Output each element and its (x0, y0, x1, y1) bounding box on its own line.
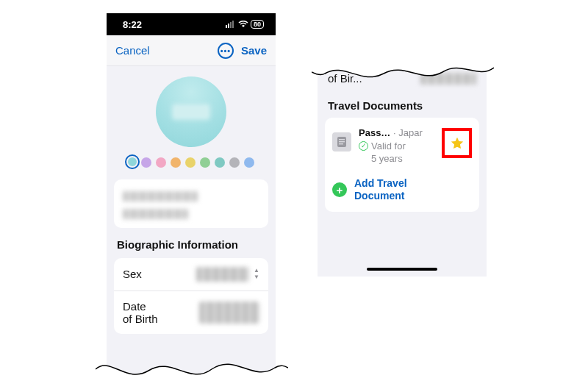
battery-icon: 80 (251, 20, 264, 29)
avatar-circle[interactable] (156, 76, 226, 147)
row-value-blurred (199, 302, 259, 324)
color-swatch-row (107, 157, 276, 168)
document-icon (332, 132, 351, 152)
name-card (114, 179, 268, 228)
row-value-blurred (420, 73, 476, 85)
row-dob-partial: of Bir... (318, 65, 487, 93)
svg-rect-6 (339, 141, 345, 142)
travel-document-row[interactable]: Pass… · Japar ✓ Valid for5 years (331, 124, 473, 168)
document-title: Pass… (359, 127, 390, 138)
section-title-travel-docs: Travel Documents (328, 99, 476, 112)
cellular-icon (226, 21, 236, 28)
home-indicator (367, 268, 437, 271)
phone-screen-right: of Bir... Travel Documents Pass… · Japar… (318, 65, 487, 277)
wifi-icon (238, 21, 248, 28)
row-label-dob: Dateof Birth (123, 300, 158, 326)
color-swatch-teal[interactable] (128, 157, 137, 166)
svg-rect-2 (230, 22, 232, 28)
phone-screen-left: 8:22 80 Cancel ••• Save Biographic Infor… (107, 13, 276, 382)
svg-rect-5 (339, 139, 345, 140)
color-swatch-grey[interactable] (229, 157, 240, 168)
color-swatch-teal2[interactable] (215, 157, 225, 168)
plus-icon: + (332, 182, 347, 197)
row-label-sex: Sex (123, 268, 142, 280)
color-swatch-yellow[interactable] (185, 157, 196, 168)
avatar-initials-blurred (173, 105, 209, 118)
status-time: 8:22 (123, 19, 142, 30)
color-swatch-orange[interactable] (171, 157, 181, 168)
row-dob[interactable]: Dateof Birth (114, 291, 268, 335)
checkmark-icon: ✓ (359, 141, 368, 151)
add-travel-document-button[interactable]: + Add TravelDocument (331, 171, 473, 206)
travel-documents-card: Pass… · Japar ✓ Valid for5 years + Add T… (325, 118, 479, 212)
color-swatch-pink[interactable] (156, 157, 166, 168)
favorite-highlight-box (442, 128, 472, 158)
status-bar: 8:22 80 (107, 13, 276, 35)
modal-toolbar: Cancel ••• Save (107, 35, 276, 66)
svg-rect-7 (339, 143, 343, 144)
stepper-icon[interactable]: ▲▼ (254, 268, 259, 280)
row-sex[interactable]: Sex ▲▼ (114, 258, 268, 291)
blurred-field (123, 209, 188, 219)
document-validity: Valid for5 years (371, 140, 406, 165)
row-value-blurred (196, 267, 249, 282)
color-swatch-blue[interactable] (244, 157, 254, 168)
document-country: Japar (398, 127, 423, 138)
color-swatch-green[interactable] (200, 157, 210, 168)
document-text: Pass… · Japar ✓ Valid for5 years (359, 126, 434, 165)
svg-rect-0 (226, 25, 227, 28)
svg-rect-1 (228, 24, 229, 28)
blurred-field (123, 191, 198, 202)
more-button[interactable]: ••• (218, 43, 234, 59)
svg-rect-3 (232, 21, 234, 28)
add-travel-document-label: Add TravelDocument (354, 177, 407, 203)
section-title-biographic: Biographic Information (117, 238, 265, 252)
status-indicators: 80 (226, 20, 264, 29)
star-icon[interactable] (450, 136, 465, 151)
avatar-container (107, 76, 276, 147)
row-label-partial: of Bir... (328, 72, 362, 85)
color-swatch-purple[interactable] (141, 157, 151, 168)
biographic-card: Sex ▲▼ Dateof Birth (114, 258, 268, 335)
cancel-button[interactable]: Cancel (115, 44, 150, 57)
save-button[interactable]: Save (241, 44, 267, 57)
separator-dot: · (393, 127, 396, 138)
